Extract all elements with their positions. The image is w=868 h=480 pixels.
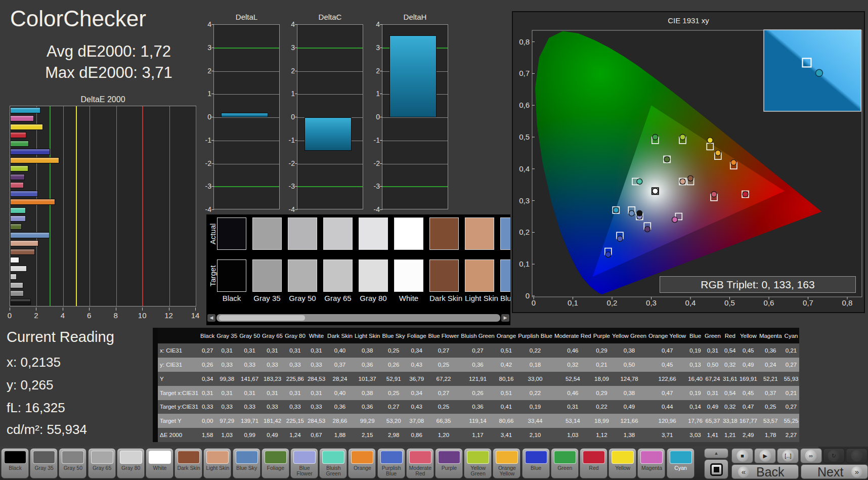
swatch-column-label: Gray 35 (252, 294, 282, 302)
table-row: Target y:CIE310,330,330,330,330,330,330,… (158, 400, 799, 414)
play-button[interactable]: ▶ (754, 448, 776, 463)
mini-axis-tick (295, 48, 297, 48)
table-cell: 141,67 (238, 372, 261, 386)
table-cell: 0,49 (704, 400, 722, 414)
table-cell: 0,00 (199, 414, 215, 428)
mini-axis-label: 4 (198, 20, 211, 28)
patch-button-gray-65[interactable]: Gray 65 (88, 448, 116, 478)
table-cell: 0,33 (307, 358, 326, 372)
patch-button-gray-80[interactable]: Gray 80 (117, 448, 145, 478)
deltae-axis-label: 12 (164, 311, 173, 320)
mini-gridline (214, 164, 279, 164)
table-cell: 2,49 (739, 428, 758, 442)
patch-button-cyan[interactable]: Cyan (667, 448, 695, 478)
patch-button-yellow-green[interactable]: Yellow Green (464, 448, 492, 478)
table-cell: 181,42 (261, 414, 284, 428)
patch-button-blue-flower[interactable]: Blue Flower (290, 448, 318, 478)
patch-swatch (265, 451, 287, 464)
deltae-gridline (169, 106, 170, 306)
deltae-axis-tick (142, 308, 143, 311)
patch-swatch (438, 451, 460, 464)
table-cell: 0,27 (783, 358, 800, 372)
cie-y-axis-label: 0,6 (519, 101, 530, 109)
patch-button-purplish-blue[interactable]: Purplish Blue (377, 448, 405, 478)
patch-swatch (236, 451, 258, 464)
bracket-dots-button[interactable]: [‥] (777, 448, 799, 463)
swatch-scroll-right-arrow[interactable]: ▶ (501, 314, 509, 322)
patch-button-light-skin[interactable]: Light Skin (203, 448, 231, 478)
swatch-scroll-left-arrow[interactable]: ◀ (207, 314, 215, 322)
table-cell: 119,14 (460, 414, 495, 428)
table-cell: 0,46 (553, 343, 592, 358)
patch-label: Blue (523, 465, 549, 471)
swatch-scrollbar[interactable] (216, 314, 500, 322)
patch-label: Foliage (263, 465, 289, 471)
pattern-window-button[interactable] (704, 459, 728, 479)
table-cell: 0,33 (261, 400, 284, 414)
mini-axis-label: 3 (282, 43, 295, 52)
patch-button-blue-sky[interactable]: Blue Sky (233, 448, 261, 478)
actual-swatch (429, 217, 459, 250)
table-cell: 0,54 (722, 386, 739, 400)
pattern-up-button[interactable]: ▲ (704, 448, 728, 458)
table-cell: 0,32 (722, 400, 739, 414)
mini-gridline (214, 117, 279, 118)
mini-axis-label: -3 (367, 182, 380, 190)
patch-button-gray-50[interactable]: Gray 50 (59, 448, 86, 478)
cie-measured-point-orange-yellow (715, 150, 721, 156)
patch-button-green[interactable]: Green (551, 448, 579, 478)
table-cell: 1,41 (704, 428, 722, 442)
mini-axis-tick (380, 94, 382, 94)
back-button[interactable]: «Back (731, 464, 799, 479)
mini-axis-label: -2 (367, 159, 380, 167)
table-cell: 18,99 (592, 414, 611, 428)
mini-axis-label: 1 (367, 90, 380, 98)
patch-button-magenta[interactable]: Magenta (637, 448, 665, 478)
next-button[interactable]: Next» (801, 464, 868, 479)
table-column-header: Blue Sky (381, 328, 406, 343)
infinity-button[interactable]: ∞ (800, 448, 822, 463)
cie-measured-point-black (637, 210, 642, 216)
table-left-strip (153, 328, 158, 442)
patch-button-yellow[interactable]: Yellow (609, 448, 636, 478)
mini-axis-tick (380, 71, 382, 71)
patch-button-gray-35[interactable]: Gray 35 (30, 448, 58, 478)
patch-button-blue[interactable]: Blue (522, 448, 550, 478)
max-de2000-readout: Max dE2000: 3,71 (0, 64, 218, 82)
patch-button-purple[interactable]: Purple (435, 448, 463, 478)
cie-measured-point-purple (644, 227, 650, 232)
table-cell: 0,31 (199, 386, 215, 400)
current-reading-title: Current Reading (7, 329, 114, 345)
swatch-scrollbar-thumb[interactable] (219, 315, 305, 321)
patch-swatch (409, 451, 431, 464)
table-cell: 0,41 (496, 400, 517, 414)
table-cell: 0,31 (215, 343, 238, 358)
avg-de2000-readout: Avg dE2000: 1,72 (0, 42, 218, 61)
stop-icon: ■ (736, 450, 748, 462)
patch-button-foliage[interactable]: Foliage (262, 448, 289, 478)
table-cell: 0,25 (427, 400, 460, 414)
cie-measured-point-red (743, 192, 748, 197)
actual-swatch (252, 217, 282, 250)
patch-button-orange[interactable]: Orange (348, 448, 376, 478)
cie-measured-point-bluish-green (637, 179, 642, 184)
mini-gridline (214, 71, 279, 72)
swatch-column-label: White (394, 294, 423, 302)
mini-chart-deltaL (213, 24, 280, 209)
patch-button-bluish-green[interactable]: Bluish Green (319, 448, 347, 478)
patch-button-dark-skin[interactable]: Dark Skin (175, 448, 202, 478)
table-cell: 0,43 (406, 400, 427, 414)
patch-button-moderate-red[interactable]: Moderate Red (406, 448, 434, 478)
mini-axis-label: 0 (367, 113, 380, 121)
mini-axis-tick (295, 140, 297, 141)
stop-button[interactable]: ■ (731, 448, 753, 463)
table-cell: 0,36 (460, 358, 495, 372)
patch-button-orange-yellow[interactable]: Orange Yellow (493, 448, 520, 478)
table-cell: 0,40 (326, 343, 354, 358)
patch-button-black[interactable]: Black (1, 448, 29, 478)
patch-button-white[interactable]: White (146, 448, 173, 478)
table-cell: 0,27 (427, 386, 460, 400)
table-cell: 0,36 (758, 343, 783, 358)
patch-button-red[interactable]: Red (580, 448, 607, 478)
mini-axis-tick (295, 186, 297, 187)
